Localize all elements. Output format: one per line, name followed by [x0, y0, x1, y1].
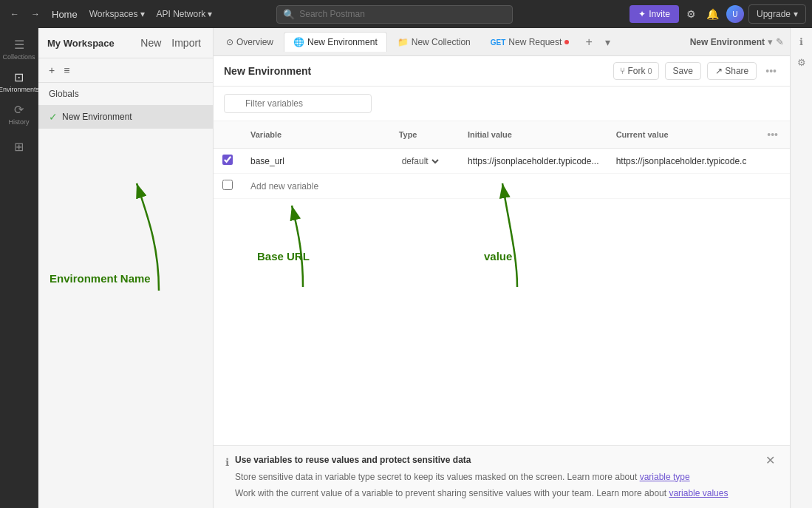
- environments-icon: ⊡: [14, 70, 24, 84]
- info-line2-text: Work with the current value of a variabl…: [235, 488, 669, 498]
- upgrade-arrow-icon: ▾: [794, 9, 798, 19]
- fork-count: 0: [647, 67, 652, 75]
- sidebar-item-apps[interactable]: ⊞: [4, 132, 34, 161]
- add-environment-button[interactable]: +: [46, 63, 58, 78]
- more-options-button[interactable]: •••: [762, 64, 779, 78]
- workspaces-button[interactable]: Workspaces ▾: [85, 6, 149, 22]
- environment-tab-icon: 🌐: [293, 37, 304, 47]
- tab-overflow-button[interactable]: ▾: [599, 33, 616, 51]
- row-checkbox[interactable]: [222, 155, 233, 165]
- filter-environments-button[interactable]: ≡: [61, 63, 72, 78]
- env-title-input[interactable]: [224, 65, 607, 77]
- search-icon: 🔍: [283, 9, 295, 20]
- share-label: Share: [725, 66, 748, 76]
- info-line2: Work with the current value of a variabl…: [235, 487, 728, 501]
- add-row-checkbox[interactable]: [222, 180, 233, 190]
- new-button[interactable]: New: [137, 35, 164, 50]
- env-editor-header: ⑂ Fork 0 Save ↗ Share •••: [214, 56, 790, 87]
- sidebar-item-collections[interactable]: ☰ Collections: [4, 34, 34, 64]
- initial-value-column-header: Initial value: [459, 121, 607, 149]
- active-env-label: New Environment: [690, 37, 765, 47]
- environment-tab-label: New Environment: [307, 37, 378, 47]
- notifications-button[interactable]: 🔔: [703, 5, 722, 23]
- right-sidebar-info-button[interactable]: ℹ: [793, 33, 811, 50]
- home-button[interactable]: Home: [47, 6, 82, 23]
- row-actions-cell: [755, 149, 790, 174]
- sidebar-item-environments[interactable]: ⊡ Environments: [4, 67, 34, 96]
- upgrade-button[interactable]: Upgrade ▾: [748, 4, 806, 24]
- settings-icon: ⚙: [686, 8, 696, 20]
- variable-cell: [242, 149, 390, 174]
- environment-item-label: New Environment: [62, 112, 202, 122]
- panel-title: My Workspace: [47, 38, 133, 49]
- tab-overview[interactable]: ⊙ Overview: [216, 32, 283, 52]
- filter-wrapper: 🔍: [224, 94, 372, 113]
- env-selector-arrow[interactable]: ▾: [768, 36, 773, 47]
- info-content: Use variables to reuse values and protec…: [235, 453, 728, 501]
- current-value-column-header: Current value: [607, 121, 756, 149]
- filter-variables-input[interactable]: [224, 94, 372, 113]
- type-select[interactable]: default secret: [399, 155, 441, 167]
- right-sidebar-settings-button[interactable]: ⚙: [793, 53, 811, 71]
- collections-panel: My Workspace New Import + ≡ Globals ✓ Ne…: [38, 28, 214, 508]
- right-sidebar: ℹ ⚙: [790, 28, 812, 508]
- api-network-button[interactable]: API Network ▾: [152, 6, 217, 22]
- type-cell: default secret: [390, 149, 459, 174]
- workspaces-arrow-icon: ▾: [140, 9, 145, 19]
- nav-right: ✦ Invite ⚙ 🔔 U Upgrade ▾: [630, 4, 806, 24]
- initial-value-cell: [459, 149, 607, 174]
- main-content: ⊙ Overview 🌐 New Environment 📁 New Colle…: [214, 28, 790, 508]
- current-value-input[interactable]: [616, 156, 747, 166]
- tab-new-request[interactable]: GET New Request: [481, 32, 579, 52]
- variables-container: 🔍 Variable Type Initial value Current va…: [214, 87, 790, 445]
- sidebar-item-history[interactable]: ⟳ History: [4, 99, 34, 129]
- fork-button[interactable]: ⑂ Fork 0: [613, 62, 658, 80]
- invite-button[interactable]: ✦ Invite: [630, 5, 679, 23]
- variable-values-link[interactable]: variable values: [669, 488, 728, 498]
- globals-label: Globals: [49, 89, 79, 99]
- info-bar-header: ℹ Use variables to reuse values and prot…: [225, 453, 778, 501]
- globals-item[interactable]: Globals: [38, 83, 213, 105]
- tab-new-environment[interactable]: 🌐 New Environment: [284, 32, 387, 52]
- checkbox-column-header: [214, 121, 242, 149]
- fork-label: Fork: [627, 66, 645, 76]
- overview-tab-icon: ⊙: [226, 37, 233, 47]
- bell-icon: 🔔: [706, 8, 719, 20]
- info-bar: ℹ Use variables to reuse values and prot…: [214, 445, 790, 508]
- back-button[interactable]: ←: [6, 6, 24, 22]
- overview-tab-label: Overview: [236, 37, 273, 47]
- avatar[interactable]: U: [726, 5, 744, 23]
- column-more-button[interactable]: •••: [764, 127, 781, 142]
- info-icon: ℹ: [225, 454, 229, 470]
- unsaved-dot-icon: [564, 40, 569, 44]
- invite-icon: ✦: [638, 9, 646, 19]
- back-icon: ←: [10, 9, 19, 19]
- add-icon: +: [49, 64, 55, 76]
- collections-icon: ☰: [14, 38, 24, 52]
- share-button[interactable]: ↗ Share: [707, 62, 757, 80]
- info-close-button[interactable]: ✕: [762, 453, 778, 467]
- add-tab-button[interactable]: +: [579, 33, 598, 52]
- filter-icon: ≡: [64, 64, 69, 76]
- table-row: default secret: [214, 149, 790, 174]
- search-input[interactable]: [299, 9, 506, 19]
- save-button[interactable]: Save: [665, 62, 701, 80]
- initial-value-input[interactable]: [468, 156, 598, 166]
- forward-button[interactable]: →: [27, 6, 44, 22]
- add-variable-input[interactable]: [250, 181, 746, 192]
- environment-check-icon: ✓: [49, 111, 58, 123]
- tab-new-collection[interactable]: 📁 New Collection: [388, 32, 480, 52]
- request-method-badge: GET: [491, 38, 506, 47]
- environment-item-new[interactable]: ✓ New Environment: [38, 105, 213, 129]
- api-network-label: API Network: [157, 9, 206, 19]
- share-icon: ↗: [715, 66, 723, 76]
- variable-name-input[interactable]: [250, 156, 381, 166]
- env-editor-icon[interactable]: ✎: [776, 36, 784, 47]
- add-row-input-cell: [242, 174, 755, 199]
- variable-type-link[interactable]: variable type: [640, 472, 690, 482]
- forward-icon: →: [31, 9, 40, 19]
- settings-button[interactable]: ⚙: [683, 5, 699, 23]
- import-button[interactable]: Import: [168, 35, 204, 50]
- tab-bar: ⊙ Overview 🌐 New Environment 📁 New Colle…: [214, 28, 790, 56]
- history-icon: ⟳: [14, 103, 24, 117]
